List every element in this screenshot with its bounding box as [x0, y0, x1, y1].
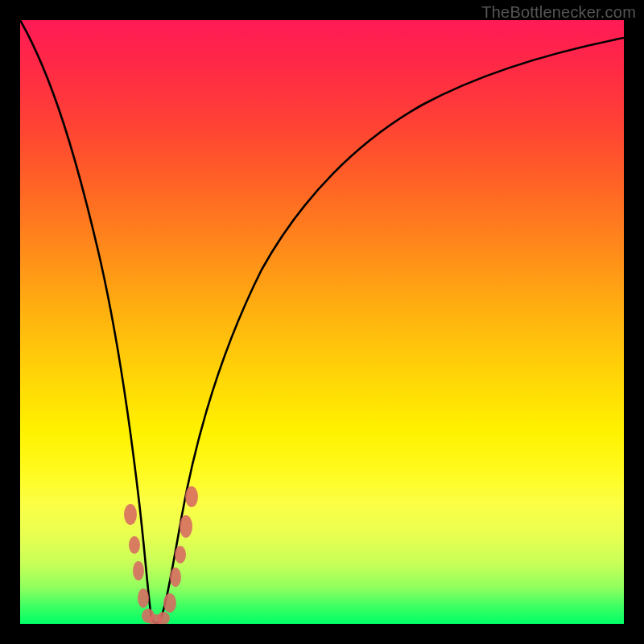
svg-point-11	[185, 486, 198, 507]
svg-point-10	[180, 515, 192, 538]
svg-point-8	[170, 568, 181, 587]
svg-point-2	[133, 561, 144, 580]
highlight-marks	[124, 486, 198, 624]
bottleneck-curve-svg	[20, 20, 624, 624]
svg-point-3	[138, 588, 149, 608]
svg-point-1	[129, 536, 140, 554]
chart-frame: TheBottlenecker.com	[0, 0, 644, 644]
svg-point-9	[175, 546, 186, 564]
svg-point-6	[157, 612, 170, 624]
svg-point-0	[124, 504, 137, 525]
watermark-label: TheBottlenecker.com	[481, 3, 636, 22]
svg-point-7	[163, 593, 176, 613]
plot-area	[20, 20, 624, 624]
bottleneck-curve	[20, 20, 624, 623]
